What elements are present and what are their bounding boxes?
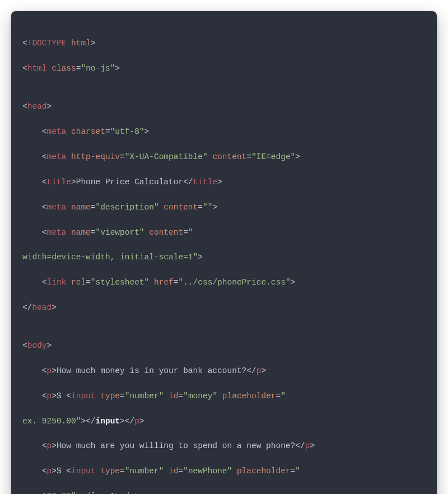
code-line: ex. 130.00"></input></p> bbox=[22, 490, 426, 494]
code-line: <meta http-equiv="X-UA-Compatible" conte… bbox=[22, 151, 426, 163]
code-line: <html class="no-js"> bbox=[22, 62, 426, 74]
code-line: </head> bbox=[22, 301, 426, 314]
code-line: <!DOCTYPE html> bbox=[22, 37, 426, 49]
code-line: <title>Phone Price Calculator</title> bbox=[22, 176, 426, 188]
code-line: <p>How much money is in your bank accoun… bbox=[22, 365, 426, 377]
code-line: width=device-width, initial-scale=1"> bbox=[22, 251, 426, 263]
code-line: <p>How much are you willing to spend on … bbox=[22, 440, 426, 452]
code-line: ex. 9250.00"></input></p> bbox=[22, 415, 426, 427]
code-line: <meta name="viewport" content=" bbox=[22, 226, 426, 239]
code-line: <p>$ <input type="number" id="money" pla… bbox=[22, 390, 426, 402]
code-line: <p>$ <input type="number" id="newPhone" … bbox=[22, 465, 426, 477]
code-line: <link rel="stylesheet" href="../css/phon… bbox=[22, 276, 426, 288]
code-line: <head> bbox=[22, 100, 426, 113]
code-line: <meta name="description" content=""> bbox=[22, 201, 426, 213]
code-line: <body> bbox=[22, 339, 426, 352]
code-line: <meta charset="utf-8"> bbox=[22, 125, 426, 138]
code-snippet: <!DOCTYPE html> <html class="no-js"> <he… bbox=[11, 11, 437, 494]
